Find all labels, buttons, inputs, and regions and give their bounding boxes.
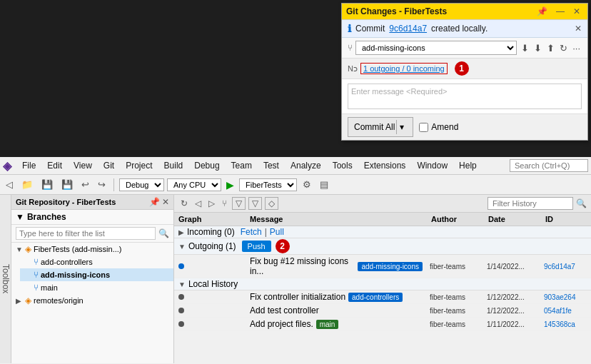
local-commit-3[interactable]: Add project files. main fiber-teams 1/11…: [174, 318, 591, 331]
toolbar-redo[interactable]: ↪: [95, 178, 108, 191]
branch-filter-search-icon[interactable]: 🔍: [158, 228, 169, 238]
filter-button[interactable]: ▽: [232, 197, 246, 210]
search-input[interactable]: [510, 159, 588, 172]
platform-select[interactable]: Any CPU: [167, 178, 221, 191]
amend-checkbox[interactable]: [419, 123, 428, 132]
pull-button[interactable]: ⬇: [532, 41, 543, 55]
menu-window[interactable]: Window: [412, 158, 453, 173]
graph-cell-1: [174, 293, 246, 300]
toolbar-save[interactable]: 💾: [39, 178, 56, 191]
refresh-button[interactable]: ↻: [178, 198, 190, 209]
toolbar-extra2[interactable]: ▤: [317, 178, 331, 191]
label-add-controllers: add-controllers: [41, 258, 93, 266]
fetch-button[interactable]: ⬇: [520, 41, 530, 55]
message-input[interactable]: Enter message <Required>: [348, 84, 582, 109]
config-select[interactable]: Debug: [119, 178, 164, 191]
outgoing-commit-row[interactable]: Fix bug #12 missing icons in... add-miss…: [174, 255, 591, 278]
panel-titlebar: Git Changes - FiberTests 📌 — ✕: [342, 4, 587, 20]
push-action-button[interactable]: Push: [242, 241, 271, 252]
outgoing-section[interactable]: ▼ Outgoing (1) Push 2: [174, 238, 591, 255]
close-button[interactable]: ✕: [570, 6, 583, 17]
pin-button[interactable]: 📌: [534, 6, 550, 17]
local-commit-1[interactable]: Fix controller initialization add-contro…: [174, 290, 591, 304]
id-cell-3[interactable]: 145368ca: [541, 320, 591, 329]
project-select[interactable]: FiberTests: [239, 178, 297, 191]
fetch-link[interactable]: Fetch: [241, 227, 262, 237]
menu-git[interactable]: Git: [98, 158, 119, 173]
local-commit-2[interactable]: Add test controller fiber-teams 1/12/202…: [174, 304, 591, 318]
local-history-section[interactable]: ▼ Local History: [174, 278, 591, 290]
menu-tools[interactable]: Tools: [328, 158, 358, 173]
repo-panel-close[interactable]: ✕: [162, 197, 169, 207]
branch-select[interactable]: add-missing-icons: [355, 41, 517, 55]
menu-build[interactable]: Build: [159, 158, 188, 173]
menu-file[interactable]: File: [17, 158, 41, 173]
col-header-date: Date: [484, 214, 541, 224]
commit-toolbar: ↻ ◁ ▷ ⑂ ▽ ▽ ◇ 🔍: [174, 195, 591, 213]
outgoing-label: Outgoing (1): [188, 241, 236, 251]
commit-hash-link[interactable]: 9c6d14a7: [389, 24, 427, 34]
badge-2: 2: [276, 239, 290, 253]
filter-history-search-icon[interactable]: 🔍: [576, 198, 587, 208]
vs-logo: ◈: [3, 159, 11, 173]
tree-item-add-controllers[interactable]: ⑂ add-controllers: [20, 256, 173, 268]
filter-history-input[interactable]: [488, 197, 573, 210]
run-button[interactable]: ▶: [226, 179, 234, 191]
outgoing-icon: Nↄ: [348, 64, 358, 74]
tag-1: add-controllers: [348, 293, 403, 302]
author-cell-outgoing: fiber-teams: [427, 262, 484, 271]
toolbar-save-all[interactable]: 💾: [59, 178, 76, 191]
commit-nav-forward[interactable]: ▷: [206, 198, 217, 209]
filter-button2[interactable]: ▽: [248, 197, 262, 210]
repo-panel: Git Repository - FiberTests 📌 ✕ ▼ Branch…: [11, 195, 174, 363]
menu-test[interactable]: Test: [258, 158, 284, 173]
tree-root[interactable]: ▼ ◈ FiberTests (add-missin...): [11, 243, 173, 256]
info-close-button[interactable]: ✕: [575, 24, 582, 34]
incoming-section[interactable]: ▶ Incoming (0) Fetch | Pull: [174, 226, 591, 238]
commit-all-button[interactable]: Commit All ▾: [348, 117, 413, 137]
menu-team[interactable]: Team: [226, 158, 257, 173]
more-button[interactable]: ···: [571, 41, 582, 55]
toolbar-undo[interactable]: ↩: [79, 178, 92, 191]
menu-view[interactable]: View: [69, 158, 97, 173]
minimize-button[interactable]: —: [553, 6, 567, 17]
branches-label: Branches: [27, 212, 66, 222]
commit-dropdown-arrow[interactable]: ▾: [396, 120, 407, 134]
tree-label-root: FiberTests (add-missin...): [34, 245, 121, 253]
branch-icon: ⑂: [348, 43, 353, 53]
pull-link[interactable]: Pull: [270, 227, 284, 237]
tree-item-remotes[interactable]: ▶ ◈ remotes/origin: [11, 294, 173, 307]
col-header-graph: Graph: [174, 214, 246, 224]
toolbar-back[interactable]: ◁: [3, 178, 16, 191]
tag-button[interactable]: ◇: [265, 197, 278, 210]
repo-panel-pin[interactable]: 📌: [149, 197, 160, 207]
commit-rows: ▶ Incoming (0) Fetch | Pull ▼ Outgoing (…: [174, 226, 591, 331]
toolbar-extra1[interactable]: ⚙: [300, 178, 314, 191]
toolbar-separator-1: [113, 178, 114, 191]
tree-item-main[interactable]: ⑂ main: [20, 281, 173, 294]
id-cell-2[interactable]: 054af1fe: [541, 306, 591, 315]
date-cell-3: 1/11/2022...: [484, 320, 541, 329]
toolbar: ◁ 📁 💾 💾 ↩ ↪ Debug Any CPU ▶ FiberTests ⚙…: [0, 175, 591, 195]
branch-filter-input[interactable]: [16, 227, 156, 240]
black-background: [0, 0, 343, 157]
commit-nav-back[interactable]: ◁: [193, 198, 203, 209]
menu-analyze[interactable]: Analyze: [286, 158, 326, 173]
repo-panel-title: Git Repository - FiberTests: [16, 198, 116, 206]
id-cell-outgoing[interactable]: 9c6d14a7: [541, 262, 591, 271]
push-button[interactable]: ⬆: [545, 41, 556, 55]
outgoing-link[interactable]: 1 outgoing / 0 incoming: [360, 63, 448, 74]
outgoing-row: Nↄ 1 outgoing / 0 incoming 1: [342, 59, 587, 79]
menu-extensions[interactable]: Extensions: [359, 158, 411, 173]
menu-edit[interactable]: Edit: [42, 158, 67, 173]
sync-button[interactable]: ↻: [558, 41, 569, 55]
toolbox-tab[interactable]: Toolbox: [0, 195, 11, 363]
menu-project[interactable]: Project: [121, 158, 157, 173]
branch-switch-button[interactable]: ⑂: [220, 198, 229, 209]
menu-debug[interactable]: Debug: [189, 158, 224, 173]
id-cell-1[interactable]: 903ae264: [541, 293, 591, 302]
tree-item-add-missing-icons[interactable]: ⑂ add-missing-icons: [20, 268, 173, 281]
commit-msg-2: Add test controller: [250, 305, 319, 315]
toolbar-folder[interactable]: 📁: [19, 178, 36, 191]
menu-help[interactable]: Help: [454, 158, 482, 173]
